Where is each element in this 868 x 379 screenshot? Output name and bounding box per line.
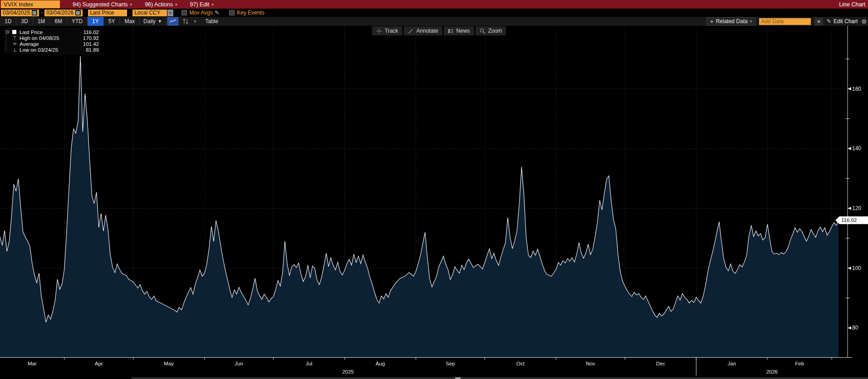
menu-item[interactable]: 96) Actions▾	[145, 1, 177, 8]
period-button-1m[interactable]: 1M	[33, 17, 50, 26]
x-axis-month-label: Nov	[586, 361, 595, 366]
pencil-line-icon	[408, 28, 414, 34]
related-data-button[interactable]: + Related Data ▾	[706, 17, 755, 26]
chevron-down-icon: ▾	[130, 2, 132, 7]
menu-bar: VVIX Index 94) Suggested Charts▾96) Acti…	[0, 0, 868, 9]
axis-flip-icon[interactable]	[181, 18, 190, 25]
calendar-icon[interactable]	[75, 10, 81, 15]
table-button[interactable]: Table	[205, 18, 218, 25]
chart-pane: 80100120140160MarAprMayJunJulAugSepOctNo…	[0, 26, 868, 379]
settings-bar: 03/04/2025 - 03/04/2026 Last Price Local…	[0, 9, 868, 17]
x-axis-month-label: Feb	[795, 361, 804, 366]
date-from-field[interactable]: 03/04/2025	[1, 10, 39, 16]
period-button-ytd[interactable]: YTD	[67, 17, 88, 26]
last-price-value: 116.02	[841, 217, 857, 223]
news-list-icon	[448, 28, 454, 34]
track-button[interactable]: Track	[372, 26, 402, 35]
security-ticker-field[interactable]: VVIX Index	[1, 0, 60, 8]
x-axis-month-label: Mar	[28, 361, 37, 366]
line-chart-type-icon[interactable]	[167, 17, 178, 25]
high-marker-icon	[12, 35, 17, 40]
legend-row[interactable]: ⊟Last Price116.02	[5, 29, 99, 35]
x-axis: MarAprMayJunJulAugSepOctNovDecJanFeb2025…	[0, 358, 852, 376]
y-axis-tick-label: 140	[852, 145, 861, 152]
plus-icon: +	[710, 18, 714, 25]
price-area-fill	[0, 56, 839, 358]
y-axis-tick-label: 160	[852, 86, 861, 92]
pencil-icon: ✎	[827, 18, 831, 25]
legend-value: 116.02	[83, 30, 99, 35]
period-button-max[interactable]: Max	[120, 17, 140, 26]
legend-row[interactable]: Low on 03/24/2581.89	[5, 47, 99, 53]
period-button-1y[interactable]: 1Y	[88, 17, 104, 26]
news-button[interactable]: News	[444, 26, 474, 35]
related-data-label: Related Data	[716, 18, 748, 25]
pencil-icon[interactable]: ✎	[215, 10, 219, 16]
bloomberg-terminal-window: VVIX Index 94) Suggested Charts▾96) Acti…	[0, 0, 868, 379]
period-button-5y[interactable]: 5Y	[104, 17, 120, 26]
period-button-6m[interactable]: 6M	[50, 17, 67, 26]
gear-icon[interactable]: ⚙	[861, 18, 867, 25]
frequency-dropdown[interactable]: Daily ▼	[140, 17, 166, 26]
y-axis-tick-label: 100	[852, 265, 861, 271]
annotate-button[interactable]: Annotate	[404, 26, 442, 35]
currency-selector[interactable]: Local CCY	[132, 10, 167, 16]
legend-label: Average	[20, 41, 83, 47]
menu-item[interactable]: 97) Edit▾	[190, 1, 214, 8]
field-selector[interactable]: Last Price	[88, 10, 127, 16]
y-axis-tick-label: 80	[852, 325, 858, 331]
y-axis: 80100120140160	[846, 26, 862, 358]
x-axis-month-label: Dec	[656, 361, 666, 366]
x-axis-month-label: Jun	[235, 361, 243, 366]
chart-type-dropdown-icon[interactable]: ▾	[193, 18, 198, 25]
legend-row[interactable]: Average101.42	[5, 41, 99, 47]
legend-value: 81.89	[86, 47, 99, 53]
period-toolbar: 1D3D1M6MYTD1Y5YMax Daily ▼ ▾ Table + Rel…	[0, 17, 868, 26]
period-button-3d[interactable]: 3D	[16, 17, 33, 26]
add-data-input[interactable]	[759, 18, 811, 25]
period-buttons: 1D3D1M6MYTD1Y5YMax	[0, 17, 140, 26]
view-label: Line Chart	[839, 1, 865, 8]
date-range-separator: -	[41, 10, 43, 16]
date-to-value: 03/04/2026	[46, 10, 74, 16]
menu-items: 94) Suggested Charts▾96) Actions▾97) Edi…	[60, 1, 214, 8]
y-axis-tick-label: 120	[852, 205, 861, 212]
chevron-down-icon[interactable]: ▾	[167, 10, 173, 16]
x-axis-year-label: 2026	[766, 369, 778, 374]
last-price-tag: 116.02	[835, 217, 868, 224]
zoom-button[interactable]: Zoom	[476, 26, 506, 35]
chevron-down-icon: ▼	[158, 17, 162, 26]
period-button-1d[interactable]: 1D	[0, 17, 16, 26]
price-chart-canvas[interactable]: 80100120140160MarAprMayJunJulAugSepOctNo…	[0, 26, 868, 379]
edit-chart-button[interactable]: ✎ Edit Chart	[827, 18, 858, 25]
mov-avgs-checkbox[interactable]	[181, 10, 187, 15]
date-to-field[interactable]: 03/04/2026	[44, 10, 83, 16]
x-axis-month-label: May	[164, 361, 174, 366]
key-events-checkbox[interactable]	[229, 10, 235, 15]
legend-label: Low on 03/24/25	[20, 47, 86, 53]
legend-row[interactable]: High on 04/08/25170.92	[5, 35, 99, 41]
collapse-panel-button[interactable]: «	[814, 18, 823, 25]
collapse-box-icon: ⊟	[5, 30, 12, 34]
x-axis-month-label: Sep	[446, 361, 455, 366]
series-color-swatch	[12, 30, 16, 34]
legend-label: High on 04/08/25	[20, 35, 83, 41]
calendar-icon[interactable]	[32, 10, 37, 15]
x-axis-month-label: Jan	[728, 361, 736, 366]
x-axis-month-label: Apr	[95, 361, 103, 366]
chart-legend: ⊟Last Price116.02High on 04/08/25170.92A…	[4, 28, 101, 54]
bottom-edge-strip	[132, 377, 868, 379]
legend-value: 101.42	[83, 41, 99, 47]
edit-chart-label: Edit Chart	[834, 18, 858, 25]
x-axis-month-label: Jul	[306, 361, 313, 366]
chart-overlay-toolbar: TrackAnnotateNewsZoom	[372, 26, 506, 35]
chevron-down-icon: ▾	[750, 19, 752, 24]
average-marker-icon	[12, 41, 17, 46]
mov-avgs-label: Mov Avgs	[189, 10, 213, 16]
x-axis-month-label: Oct	[516, 361, 525, 366]
menu-item[interactable]: 94) Suggested Charts▾	[73, 1, 132, 8]
bottom-edge-chip	[455, 377, 461, 379]
frequency-label: Daily	[143, 17, 156, 26]
x-axis-year-label: 2025	[342, 369, 354, 374]
low-marker-icon	[12, 47, 17, 52]
